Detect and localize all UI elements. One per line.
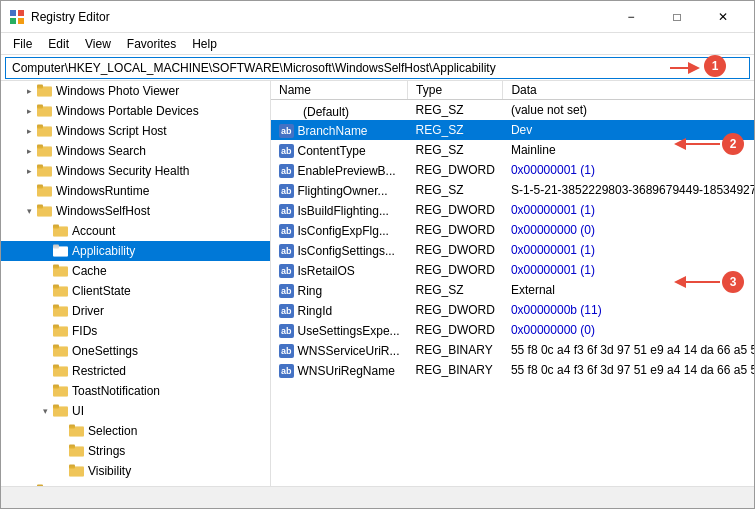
tree-container: ▸ Windows Photo Viewer▸ Windows Portable… bbox=[1, 81, 270, 486]
tree-item-account[interactable]: Account bbox=[1, 221, 270, 241]
tree-item-win-security[interactable]: ▸ Windows Security Health bbox=[1, 161, 270, 181]
tree-item-fids[interactable]: FIDs bbox=[1, 321, 270, 341]
reg-data-wnsuri: 55 f8 0c a4 f3 6f 3d 97 51 e9 a4 14 da 6… bbox=[503, 360, 754, 380]
tree-item-cache[interactable]: Cache bbox=[1, 261, 270, 281]
folder-icon-restricted bbox=[53, 363, 69, 380]
tree-expand-ui[interactable]: ▾ bbox=[37, 401, 53, 421]
tree-expand-visibility[interactable] bbox=[53, 461, 69, 481]
svg-rect-61 bbox=[69, 446, 84, 456]
status-bar bbox=[1, 486, 754, 508]
tree-item-toastnotification[interactable]: ToastNotification bbox=[1, 381, 270, 401]
reg-name-isretailos: abIsRetailOS bbox=[271, 260, 408, 280]
tree-expand-account[interactable] bbox=[37, 221, 53, 241]
tree-item-strings[interactable]: Strings bbox=[1, 441, 270, 461]
tree-item-driver[interactable]: Driver bbox=[1, 301, 270, 321]
tree-expand-win-runtime[interactable] bbox=[21, 181, 37, 201]
reg-name-flightingowner: abFlightingOwner... bbox=[271, 180, 408, 200]
table-row[interactable]: abIsConfigSettings...REG_DWORD0x00000001… bbox=[271, 240, 754, 260]
col-type[interactable]: Type bbox=[408, 81, 503, 100]
menu-edit[interactable]: Edit bbox=[40, 35, 77, 53]
svg-rect-25 bbox=[37, 206, 52, 216]
menu-favorites[interactable]: Favorites bbox=[119, 35, 184, 53]
tree-label-applicability: Applicability bbox=[72, 244, 135, 258]
tree-expand-win-selfhost[interactable]: ▾ bbox=[21, 201, 37, 221]
tree-expand-win-security[interactable]: ▸ bbox=[21, 161, 37, 181]
tree-item-selection[interactable]: Selection bbox=[1, 421, 270, 441]
reg-type-wnsuri: REG_BINARY bbox=[408, 360, 503, 380]
tree-expand-win-search[interactable]: ▸ bbox=[21, 141, 37, 161]
minimize-button[interactable]: − bbox=[608, 1, 654, 33]
svg-rect-2 bbox=[10, 18, 16, 24]
table-row[interactable]: abWNSUriRegNameREG_BINARY55 f8 0c a4 f3 … bbox=[271, 360, 754, 380]
table-row[interactable]: abIsConfigExpFlg...REG_DWORD0x00000000 (… bbox=[271, 220, 754, 240]
table-row[interactable]: abIsBuildFlighting...REG_DWORD0x00000001… bbox=[271, 200, 754, 220]
table-row[interactable]: (Default)REG_SZ(value not set) bbox=[271, 100, 754, 121]
tree-expand-win-script[interactable]: ▸ bbox=[21, 121, 37, 141]
tree-expand-onesettings[interactable] bbox=[37, 341, 53, 361]
tree-item-win-photo[interactable]: ▸ Windows Photo Viewer bbox=[1, 81, 270, 101]
folder-icon-win-script bbox=[37, 123, 53, 140]
folder-icon-fids bbox=[53, 323, 69, 340]
tree-expand-windowsupdate[interactable]: ▸ bbox=[21, 481, 37, 486]
tree-item-win-search[interactable]: ▸ Windows Search bbox=[1, 141, 270, 161]
tree-scroll[interactable]: ▸ Windows Photo Viewer▸ Windows Portable… bbox=[1, 81, 270, 486]
folder-icon-onesettings bbox=[53, 343, 69, 360]
tree-item-ui[interactable]: ▾ UI bbox=[1, 401, 270, 421]
address-input[interactable] bbox=[5, 57, 750, 79]
table-row[interactable]: abRingIdREG_DWORD0x0000000b (11) bbox=[271, 300, 754, 320]
tree-item-win-script[interactable]: ▸ Windows Script Host bbox=[1, 121, 270, 141]
tree-label-win-script: Windows Script Host bbox=[56, 124, 167, 138]
tree-expand-restricted[interactable] bbox=[37, 361, 53, 381]
folder-icon-account bbox=[53, 223, 69, 240]
tree-item-win-portable[interactable]: ▸ Windows Portable Devices bbox=[1, 101, 270, 121]
tree-item-win-runtime[interactable]: WindowsRuntime bbox=[1, 181, 270, 201]
folder-icon-win-search bbox=[37, 143, 53, 160]
tree-label-win-security: Windows Security Health bbox=[56, 164, 189, 178]
svg-rect-43 bbox=[53, 326, 68, 336]
tree-expand-win-portable[interactable]: ▸ bbox=[21, 101, 37, 121]
menu-help[interactable]: Help bbox=[184, 35, 225, 53]
table-row[interactable]: abFlightingOwner...REG_SZS-1-5-21-385222… bbox=[271, 180, 754, 200]
col-name[interactable]: Name bbox=[271, 81, 408, 100]
tree-expand-driver[interactable] bbox=[37, 301, 53, 321]
svg-rect-64 bbox=[69, 466, 84, 476]
tree-label-win-portable: Windows Portable Devices bbox=[56, 104, 199, 118]
tree-item-win-selfhost[interactable]: ▾ WindowsSelfHost bbox=[1, 201, 270, 221]
tree-expand-toastnotification[interactable] bbox=[37, 381, 53, 401]
close-button[interactable]: ✕ bbox=[700, 1, 746, 33]
tree-expand-applicability[interactable] bbox=[37, 241, 53, 261]
reg-type-flightingowner: REG_SZ bbox=[408, 180, 503, 200]
table-row[interactable]: abUseSettingsExpe...REG_DWORD0x00000000 … bbox=[271, 320, 754, 340]
tree-item-windowsupdate[interactable]: ▸ WindowsUpdate bbox=[1, 481, 270, 486]
menu-view[interactable]: View bbox=[77, 35, 119, 53]
svg-rect-34 bbox=[53, 266, 68, 276]
maximize-button[interactable]: □ bbox=[654, 1, 700, 33]
tree-expand-selection[interactable] bbox=[53, 421, 69, 441]
window-title: Registry Editor bbox=[31, 10, 608, 24]
tree-item-applicability[interactable]: Applicability bbox=[1, 241, 270, 261]
tree-expand-win-photo[interactable]: ▸ bbox=[21, 81, 37, 101]
folder-icon-win-photo bbox=[37, 83, 53, 100]
reg-type-ringid: REG_DWORD bbox=[408, 300, 503, 320]
data-pane: Name Type Data (Default)REG_SZ(value not… bbox=[271, 81, 754, 486]
tree-item-clientstate[interactable]: ClientState bbox=[1, 281, 270, 301]
tree-expand-cache[interactable] bbox=[37, 261, 53, 281]
tree-item-restricted[interactable]: Restricted bbox=[1, 361, 270, 381]
svg-rect-13 bbox=[37, 126, 52, 136]
address-bar: 1 bbox=[1, 55, 754, 81]
table-row[interactable]: abWNSServiceUriR...REG_BINARY55 f8 0c a4… bbox=[271, 340, 754, 360]
reg-data-usesettings: 0x00000000 (0) bbox=[503, 320, 754, 340]
reg-name-isconfigexpflg: abIsConfigExpFlg... bbox=[271, 220, 408, 240]
tree-item-visibility[interactable]: Visibility bbox=[1, 461, 270, 481]
col-data[interactable]: Data bbox=[503, 81, 754, 100]
tree-item-onesettings[interactable]: OneSettings bbox=[1, 341, 270, 361]
tree-expand-fids[interactable] bbox=[37, 321, 53, 341]
tree-expand-strings[interactable] bbox=[53, 441, 69, 461]
svg-rect-19 bbox=[37, 166, 52, 176]
table-row[interactable]: abEnablePreviewB...REG_DWORD0x00000001 (… bbox=[271, 160, 754, 180]
tree-expand-clientstate[interactable] bbox=[37, 281, 53, 301]
svg-rect-66 bbox=[37, 484, 43, 486]
folder-icon-selection bbox=[69, 423, 85, 440]
folder-icon-win-portable bbox=[37, 103, 53, 120]
menu-file[interactable]: File bbox=[5, 35, 40, 53]
